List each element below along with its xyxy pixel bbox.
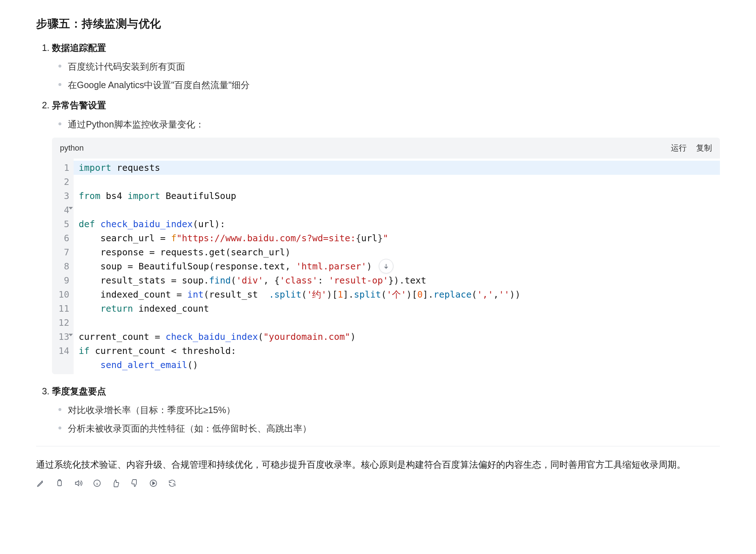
fold-toggle[interactable]: 13 xyxy=(52,330,74,344)
bullet: 在Google Analytics中设置"百度自然流量"细分 xyxy=(68,77,720,93)
svg-rect-0 xyxy=(58,481,61,486)
separator xyxy=(36,446,720,446)
ordered-list: 数据追踪配置 百度统计代码安装到所有页面 在Google Analytics中设… xyxy=(36,40,720,436)
play-icon[interactable] xyxy=(149,479,158,488)
section-heading: 步骤五：持续监测与优化 xyxy=(36,14,720,34)
copy-button[interactable]: 复制 xyxy=(696,141,712,155)
list-item-1: 数据追踪配置 百度统计代码安装到所有页面 在Google Analytics中设… xyxy=(52,40,720,93)
item1-sublist: 百度统计代码安装到所有页面 在Google Analytics中设置"百度自然流… xyxy=(52,59,720,92)
thumbsup-icon[interactable] xyxy=(111,479,121,488)
clipboard-icon[interactable] xyxy=(55,479,64,488)
code-header: python 运行 复制 xyxy=(52,138,720,158)
bullet: 对比收录增长率（目标：季度环比≥15%） xyxy=(68,402,720,418)
item3-sublist: 对比收录增长率（目标：季度环比≥15%） 分析未被收录页面的共性特征（如：低停留… xyxy=(52,402,720,436)
code-content[interactable]: import requests from bs4 import Beautifu… xyxy=(74,159,720,374)
bullet: 百度统计代码安装到所有页面 xyxy=(68,59,720,74)
refresh-icon[interactable] xyxy=(167,479,177,488)
edit-icon[interactable] xyxy=(36,479,45,488)
list-item-3: 季度复盘要点 对比收录增长率（目标：季度环比≥15%） 分析未被收录页面的共性特… xyxy=(52,384,720,436)
fold-toggle[interactable]: 4 xyxy=(52,203,74,217)
line-gutter: 1 2 3 4 5 6 7 8 9 10 11 12 13 14 xyxy=(52,159,74,374)
bullet: 通过Python脚本监控收录量变化： xyxy=(68,117,720,132)
item2-sublist: 通过Python脚本监控收录量变化： xyxy=(52,117,720,132)
list-item-2: 异常告警设置 通过Python脚本监控收录量变化： python 运行 复制 1… xyxy=(52,98,720,374)
code-body: 1 2 3 4 5 6 7 8 9 10 11 12 13 14 import … xyxy=(52,159,720,374)
code-block: python 运行 复制 1 2 3 4 5 6 7 8 9 10 1 xyxy=(52,138,720,374)
summary-paragraph: 通过系统化技术验证、内容升级、合规管理和持续优化，可稳步提升百度收录率。核心原则… xyxy=(36,456,720,473)
code-language-label: python xyxy=(60,141,84,155)
run-button[interactable]: 运行 xyxy=(671,141,687,155)
speaker-icon[interactable] xyxy=(74,479,83,488)
item2-title: 异常告警设置 xyxy=(52,100,106,110)
item3-title: 季度复盘要点 xyxy=(52,386,106,396)
item1-title: 数据追踪配置 xyxy=(52,43,106,53)
thumbsdown-icon[interactable] xyxy=(130,479,139,488)
message-actions xyxy=(36,479,720,488)
info-icon[interactable] xyxy=(92,479,102,488)
bullet: 分析未被收录页面的共性特征（如：低停留时长、高跳出率） xyxy=(68,421,720,436)
